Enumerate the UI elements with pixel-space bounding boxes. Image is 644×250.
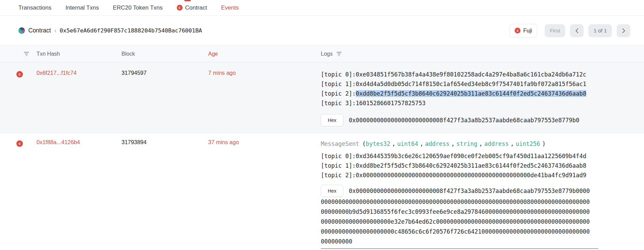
- param-type: uint64: [397, 140, 418, 147]
- network-c-icon: c: [515, 28, 520, 33]
- hex-data-line: 000000000000000000000c48656c6c6f20576f72…: [321, 227, 630, 237]
- topic-label: [topic 2]:: [321, 90, 356, 97]
- param-type: bytes32: [366, 140, 390, 147]
- hex-data-continued: 0000000000000000000000000000000000000000…: [321, 197, 630, 247]
- breadcrumb-section: Contract: [28, 27, 51, 34]
- topic-value-selected: 0xdd8be2f5f5d5cf3b8640c62924025b311ae83c…: [356, 90, 586, 97]
- contract-c-icon: c: [177, 5, 183, 11]
- logs-cell: MessageSent(bytes32,uint64,address,strin…: [321, 139, 630, 249]
- hex-data-line: 00000000b9d5d9136855f6fec3c0993fee6e9ce8…: [321, 207, 630, 217]
- tab-contract[interactable]: c Contract: [177, 4, 207, 11]
- topic-label: [topic 0]:: [321, 153, 356, 159]
- hex-data-row: Hex 0x0000000000000000000000008f427f3a3a…: [321, 114, 630, 126]
- event-name: MessageSent: [321, 140, 359, 147]
- tab-label: Transactions: [18, 4, 52, 11]
- param-type: string: [456, 140, 477, 147]
- hex-data-row: Hex 0x0000000000000000000000008f427f3a3a…: [321, 185, 630, 197]
- topic-value: 0xd36445359b3c6e26c120659aef090ce0f2eb00…: [356, 153, 586, 159]
- param-separator: ,: [511, 140, 514, 147]
- hex-data-line: 000000000: [321, 237, 630, 247]
- first-page-button[interactable]: First: [545, 24, 565, 37]
- txn-hash-link[interactable]: 0x6f217...f1fc74: [37, 70, 76, 76]
- contract-header: Contract › 0x5e67eA6d6f290F857c1888204b7…: [0, 16, 644, 45]
- topic-line: [topic 1]:0xd4d4a5d0db05dc714f8150c1af65…: [321, 79, 630, 89]
- hex-data-line: 0x0000000000000000000000008f427f3a3a8b25…: [349, 186, 590, 196]
- hex-toggle-button[interactable]: Hex: [321, 185, 343, 197]
- pagination: c Fuji First 1 of 1: [510, 24, 630, 38]
- tab-erc20-token-txns[interactable]: ERC20 Token Txns: [113, 4, 163, 11]
- topic-value: 0x00000000000000000000000000000000000000…: [356, 172, 586, 179]
- param-type: address: [484, 140, 509, 147]
- tab-label: Internal Txns: [66, 4, 99, 11]
- topic-line: [topic 2]:0x0000000000000000000000000000…: [321, 170, 630, 180]
- topic-line: [topic 1]:0xdd8be2f5f5d5cf3b8640c6292402…: [321, 161, 630, 170]
- contract-identicon-icon: [18, 27, 25, 34]
- topic-line: [topic 2]:0xdd8be2f5f5d5cf3b8640c6292402…: [321, 89, 630, 98]
- topic-value: 0xe034851f567b38fa4a438e9f80102258adc4a2…: [356, 71, 586, 78]
- topic-value: 0xd4d4a5d0db05dc714f8150c1af654ed34eb8c9…: [356, 81, 586, 87]
- topic-label: [topic 0]:: [321, 71, 356, 78]
- header-logs: Logs: [321, 51, 630, 57]
- topic-label: [topic 2]:: [321, 172, 356, 179]
- age-value: 37 mins ago: [208, 139, 321, 145]
- network-chip[interactable]: c Fuji: [510, 24, 537, 38]
- header-age[interactable]: Age: [208, 51, 321, 57]
- hex-toggle-button[interactable]: Hex: [321, 114, 343, 126]
- param-separator: ,: [392, 140, 396, 147]
- hex-data-line: 0000000000000000000000000000000000000000…: [321, 197, 630, 207]
- header-logs-label: Logs: [321, 51, 333, 57]
- breadcrumb: Contract › 0x5e67eA6d6f290F857c1888204b7…: [18, 27, 202, 34]
- chevron-right-icon: [622, 28, 626, 33]
- breadcrumb-separator: ›: [54, 27, 56, 34]
- contract-address: 0x5e67eA6d6f290F857c1888204b7540Bac76001…: [60, 27, 202, 34]
- paren-close: ): [542, 140, 546, 147]
- hex-data-line: 00000000000000000000e32e7b64ed62c0000000…: [321, 217, 630, 227]
- paren-open: (: [362, 140, 366, 147]
- topic-line: [topic 0]:0xd36445359b3c6e26c120659aef09…: [321, 151, 630, 161]
- topic-line: [topic 3]:16015286601757825753: [321, 98, 630, 108]
- chevron-left-icon: [575, 28, 579, 33]
- age-value: 7 mins ago: [208, 70, 321, 76]
- filter-icon[interactable]: [16, 51, 37, 57]
- log-entry-divider: [321, 248, 598, 249]
- param-separator: ,: [479, 140, 483, 147]
- prev-page-button[interactable]: [570, 24, 584, 37]
- topic-value: 0xdd8be2f5f5d5cf3b8640c62924025b311ae83c…: [356, 162, 586, 169]
- param-separator: ,: [420, 140, 423, 147]
- topic-value: 16015286601757825753: [356, 100, 426, 107]
- event-row: c 0x6f217...f1fc74 31794597 7 mins ago […: [0, 62, 644, 133]
- tab-internal-txns[interactable]: Internal Txns: [66, 4, 99, 11]
- param-type: address: [425, 140, 449, 147]
- contract-c-icon: c: [16, 71, 23, 78]
- row-icon-cell: c: [16, 70, 37, 78]
- topic-label: [topic 1]:: [321, 162, 356, 169]
- tab-events[interactable]: Events: [221, 4, 239, 11]
- event-row: c 0x1f88a...4126b4 31793894 37 mins ago …: [0, 133, 644, 249]
- table-header-row: Txn Hash Block Age Logs: [0, 45, 644, 62]
- header-block: Block: [121, 51, 208, 57]
- tab-label: ERC20 Token Txns: [113, 4, 163, 11]
- topic-label: [topic 3]:: [321, 100, 356, 107]
- block-number: 31793894: [121, 139, 208, 145]
- hex-data: 0x0000000000000000000000008f427f3a3a8b25…: [349, 115, 579, 125]
- tab-label: Contract: [185, 4, 207, 11]
- topic-label: [topic 1]:: [321, 81, 356, 87]
- event-signature: MessageSent(bytes32,uint64,address,strin…: [321, 139, 630, 149]
- network-label: Fuji: [523, 28, 532, 34]
- logs-cell: [topic 0]:0xe034851f567b38fa4a438e9f8010…: [321, 70, 630, 126]
- param-type: uint256: [516, 140, 540, 147]
- row-icon-cell: c: [16, 139, 37, 147]
- next-page-button[interactable]: [617, 24, 630, 37]
- page-indicator-button[interactable]: 1 of 1: [588, 24, 612, 37]
- cutoff-red-badge: [184, 0, 191, 1]
- topic-line: [topic 0]:0xe034851f567b38fa4a438e9f8010…: [321, 70, 630, 79]
- param-separator: ,: [451, 140, 455, 147]
- tab-label: Events: [221, 4, 239, 11]
- contract-c-icon: c: [16, 140, 23, 147]
- logs-filter-icon[interactable]: [337, 51, 342, 57]
- tab-transactions[interactable]: Transactions: [18, 4, 52, 11]
- events-table: Txn Hash Block Age Logs c 0x6f217...f1fc…: [0, 45, 644, 249]
- tab-bar: Transactions Internal Txns ERC20 Token T…: [0, 0, 644, 16]
- txn-hash-link[interactable]: 0x1f88a...4126b4: [37, 139, 80, 145]
- header-txn-hash: Txn Hash: [37, 51, 121, 57]
